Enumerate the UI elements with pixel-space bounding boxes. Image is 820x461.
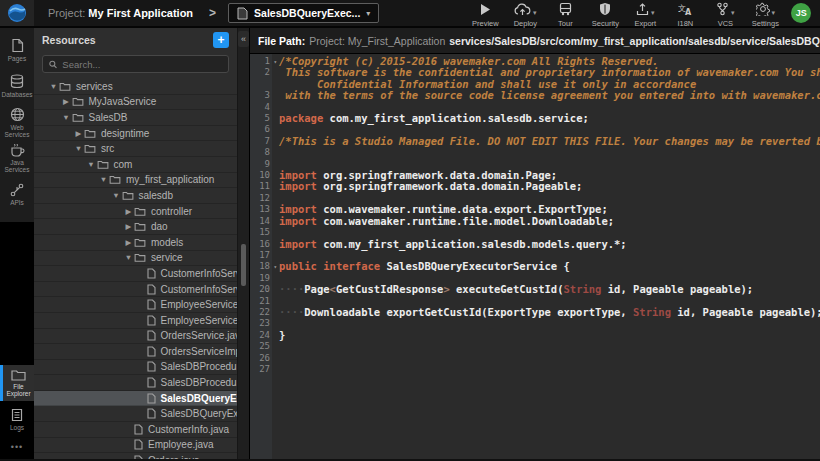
add-resource-button[interactable]: + — [213, 32, 229, 48]
action-label: Settings — [752, 19, 779, 28]
code-line-24[interactable]: 24} — [250, 330, 820, 341]
code-line-16[interactable]: 16import com.my_first_application.salesd… — [250, 239, 820, 250]
chevron-right-icon[interactable]: ▶ — [123, 207, 134, 216]
tree-item-customerinfoservice-java[interactable]: CustomerInfoService.java — [34, 266, 237, 282]
tree-file-icon — [134, 455, 143, 459]
rail-item-logs[interactable]: Logs — [0, 401, 34, 437]
code-line-20[interactable]: 20····Page<GetCustIdResponse> executeGet… — [250, 284, 820, 295]
code-line-26[interactable]: 26 — [250, 353, 820, 364]
tree-item-src[interactable]: ▼src — [34, 141, 237, 157]
tree-folder-icon — [72, 113, 84, 122]
tree-item-dao[interactable]: ▶dao — [34, 219, 237, 235]
code-text: import org.springframework.data.domain.P… — [272, 181, 582, 192]
rail-item-label: Logs — [10, 424, 24, 431]
code-line-11[interactable]: 11import org.springframework.data.domain… — [250, 181, 820, 192]
tree-item-employeeservice-java[interactable]: EmployeeService.java — [34, 297, 237, 313]
chevron-down-icon[interactable]: ▼ — [86, 160, 97, 169]
preview-button[interactable]: Preview — [465, 0, 505, 28]
code-line-3[interactable]: 3 with the terms of the source code lice… — [250, 90, 820, 101]
rail-item-apis[interactable]: APIs — [0, 176, 34, 212]
user-avatar[interactable]: JS — [791, 3, 811, 23]
rail-item-file-explorer[interactable]: File Explorer — [0, 365, 34, 401]
export-button[interactable]: ▾ Export — [625, 0, 665, 28]
tree-item-service[interactable]: ▼service — [34, 251, 237, 267]
tree-item-label: dao — [151, 221, 168, 232]
code-line-14[interactable]: 14import com.wavemaker.runtime.file.mode… — [250, 216, 820, 227]
action-label: VCS — [718, 19, 733, 28]
tree-item-employee-java[interactable]: Employee.java — [34, 438, 237, 454]
code-line-18[interactable]: 18▾public interface SalesDBQueryExecutor… — [250, 261, 820, 272]
tree-item-salesdb[interactable]: ▼salesdb — [34, 188, 237, 204]
tree-item-salesdb[interactable]: ▼SalesDB — [34, 110, 237, 126]
tree-item-myjavaservice[interactable]: ▶MyJavaService — [34, 95, 237, 111]
rail-item-web-services[interactable]: Web Services — [0, 104, 34, 140]
chevron-right-icon[interactable]: ▶ — [123, 222, 134, 231]
tree-item-ordersserviceimpl-java[interactable]: OrdersServiceImpl.java — [34, 344, 237, 360]
tree-item-salesdbprocedureexecutorservice-java[interactable]: SalesDBProcedureExecutorService.java — [34, 360, 237, 376]
open-file-tab[interactable]: SalesDBQueryExec... ▾ — [228, 3, 379, 23]
tree-scrollbar[interactable] — [241, 244, 246, 286]
chevron-down-icon[interactable]: ▼ — [111, 191, 122, 200]
chevron-right-icon[interactable]: ▶ — [61, 97, 72, 106]
tab-caret-icon[interactable]: ▾ — [366, 9, 370, 18]
line-number: 3 — [250, 90, 272, 101]
chevron-down-icon[interactable]: ▼ — [123, 253, 134, 262]
tree-item-com[interactable]: ▼com — [34, 157, 237, 173]
tree-item-salesdbqueryexecutorserviceimpl-java[interactable]: SalesDBQueryExecutorServiceImpl.java — [34, 406, 237, 422]
chevron-right-icon[interactable]: ▶ — [123, 238, 134, 247]
code-line-5[interactable]: 5package com.my_first_application.salesd… — [250, 113, 820, 124]
wavemaker-logo[interactable] — [0, 0, 34, 26]
tree-item-ordersservice-java[interactable]: OrdersService.java — [34, 329, 237, 345]
project-name[interactable]: My First Application — [88, 7, 193, 19]
chevron-down-icon[interactable]: ▼ — [73, 144, 84, 153]
tree-item-salesdbqueryexecutorservice-java[interactable]: SalesDBQueryExecutorService.java — [34, 391, 237, 407]
fold-marker-icon[interactable]: ▾ — [273, 56, 277, 67]
tree-file-icon — [147, 315, 156, 326]
database-icon — [10, 74, 24, 89]
rail-item-java-services[interactable]: Java Services — [0, 140, 34, 176]
tree-item-customerinfo-java[interactable]: CustomerInfo.java — [34, 422, 237, 438]
page-icon — [11, 38, 24, 53]
tree-folder-icon — [122, 191, 134, 200]
vcs-button[interactable]: ▾ VCS — [705, 0, 745, 28]
search-input[interactable] — [62, 59, 222, 70]
rail-item-databases[interactable]: Databases — [0, 68, 34, 104]
tree-item-salesdbprocedureexecutorserviceimpl-java[interactable]: SalesDBProcedureExecutorServiceImpl.java — [34, 375, 237, 391]
settings-button[interactable]: ▾ Settings — [745, 0, 785, 28]
code-line-8[interactable]: 8 — [250, 147, 820, 158]
rail-item-label: APIs — [10, 199, 24, 206]
tree-item-services[interactable]: ▼services — [34, 79, 237, 95]
fold-marker-icon[interactable]: ▾ — [273, 261, 277, 272]
log-icon — [11, 408, 23, 422]
code-line-7[interactable]: 7/*This is a Studio Managed File. DO NOT… — [250, 136, 820, 147]
code-line-22[interactable]: 22····Downloadable exportGetCustId(Expor… — [250, 307, 820, 318]
tree-item-label: service — [151, 252, 183, 263]
tree-item-designtime[interactable]: ▶designtime — [34, 126, 237, 142]
chevron-down-icon[interactable]: ▼ — [98, 175, 109, 184]
tour-button[interactable]: Tour — [545, 0, 585, 28]
security-button[interactable]: Security — [585, 0, 625, 28]
tree-item-models[interactable]: ▶models — [34, 235, 237, 251]
line-number: 18▾ — [250, 261, 272, 272]
code-line-25[interactable]: 25 — [250, 341, 820, 352]
code-line-2[interactable]: 2 This software is the confidential and … — [250, 67, 820, 90]
resources-header: Resources + — [34, 28, 237, 52]
chevron-right-icon[interactable]: ▶ — [73, 129, 84, 138]
i18n-button[interactable]: 文A I18N — [665, 0, 705, 28]
tree-item-orders-java[interactable]: Orders.java — [34, 453, 237, 459]
deploy-button[interactable]: ▾ Deploy — [505, 0, 545, 28]
tree-item-employeeserviceimpl-java[interactable]: EmployeeServiceImpl.java — [34, 313, 237, 329]
more-options-icon[interactable]: ••• — [0, 437, 34, 457]
chevron-down-icon[interactable]: ▼ — [48, 82, 59, 91]
line-number: 23 — [250, 318, 272, 329]
code-line-27[interactable]: 27 — [250, 364, 820, 375]
tree-item-customerinfoserviceimpl-java[interactable]: CustomerInfoServiceImpl.java — [34, 282, 237, 298]
collapse-panel-icon[interactable]: « — [238, 31, 249, 47]
code-editor[interactable]: 1▾/*Copyright (c) 2015-2016 wavemaker.co… — [250, 54, 820, 459]
chevron-down-icon[interactable]: ▼ — [61, 113, 72, 122]
rail-item-pages[interactable]: Pages — [0, 32, 34, 68]
tree-item-my-first-application[interactable]: ▼my_first_application — [34, 173, 237, 189]
tree-item-controller[interactable]: ▶controller — [34, 204, 237, 220]
code-line-23[interactable]: 23 — [250, 318, 820, 329]
code-text: public interface SalesDBQueryExecutorSer… — [272, 261, 570, 272]
